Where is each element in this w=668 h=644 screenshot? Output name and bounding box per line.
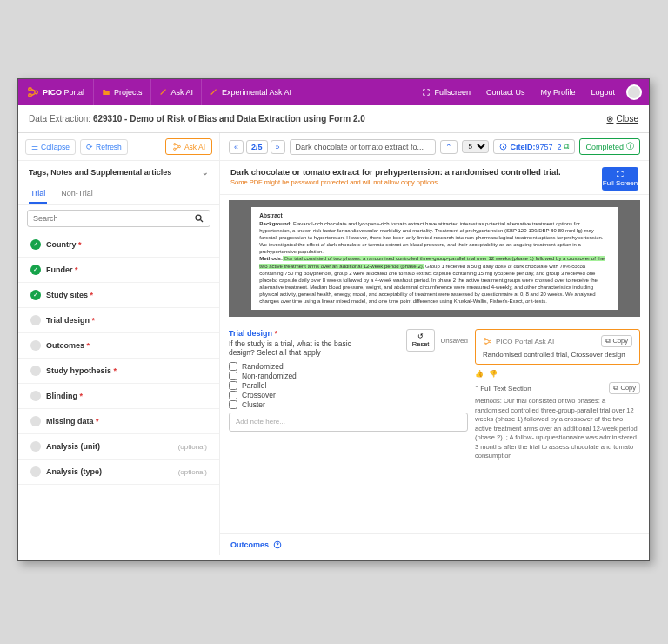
checkbox[interactable]: [229, 391, 237, 399]
doc-title: Dark chocolate or tomato extract for pre…: [230, 167, 595, 177]
checkbox-option[interactable]: Crossover: [229, 391, 468, 399]
section-label: Analysis (unit): [46, 442, 173, 451]
status-dot: [30, 441, 41, 452]
pager: « 2/5 »: [229, 140, 285, 154]
nav-projects[interactable]: Projects: [93, 79, 150, 105]
checkbox-label: Parallel: [242, 381, 266, 390]
status-dot: [30, 366, 41, 376]
svg-point-9: [484, 343, 486, 345]
svg-point-3: [174, 144, 176, 145]
section-label: Study sites *: [46, 291, 207, 299]
pdf-prev[interactable]: ⌃: [440, 140, 458, 154]
pdf-viewer[interactable]: Abstract Background: Flavanol-rich choco…: [229, 200, 640, 317]
section-list: Country *Funder *Study sites *Trial desi…: [18, 232, 219, 485]
nav-profile[interactable]: My Profile: [532, 79, 583, 105]
svg-point-5: [178, 145, 180, 147]
chevron-down-icon: ⌄: [202, 168, 209, 177]
checkbox-label: Randomized: [242, 362, 284, 371]
full-screen-button[interactable]: ⛶Full Screen: [602, 167, 638, 191]
fullscreen-icon: [422, 88, 431, 97]
svg-point-2: [35, 91, 38, 94]
pager-next[interactable]: »: [271, 140, 285, 154]
feedback-row: 👍 👎: [475, 370, 640, 378]
section-item[interactable]: Trial design *: [18, 308, 219, 333]
tab-nontrial[interactable]: Non-Trial: [59, 184, 95, 204]
doc-title-box: Dark chocolate or tomato extract fo...: [290, 139, 437, 155]
search-icon: [194, 213, 204, 224]
app-window: PICO Portal Projects Ask AI Experimental…: [17, 78, 650, 561]
svg-point-6: [196, 215, 201, 220]
section-item[interactable]: Analysis (unit)(optional): [18, 434, 219, 460]
checkbox-list: RandomizedNon-randomizedParallelCrossove…: [229, 362, 468, 409]
section-label: Study hypothesis *: [46, 366, 207, 375]
checkbox-option[interactable]: Cluster: [229, 400, 468, 409]
status-dot: [30, 340, 41, 351]
search-input[interactable]: [33, 214, 194, 223]
section-item[interactable]: Study sites *: [18, 283, 219, 308]
checkbox-option[interactable]: Parallel: [229, 381, 468, 390]
svg-point-8: [484, 338, 486, 339]
close-icon: ⊗: [606, 114, 613, 124]
doc-header: Dark chocolate or tomato extract for pre…: [220, 161, 649, 195]
thumbs-down-icon[interactable]: 👎: [489, 370, 498, 378]
avatar[interactable]: [626, 84, 642, 100]
nav-contact[interactable]: Contact Us: [478, 79, 533, 105]
fulltext-excerpt: Methods: Our trial consisted of two phas…: [475, 397, 640, 461]
brand-logo[interactable]: PICO Portal: [18, 79, 93, 105]
section-item[interactable]: Analysis (type)(optional): [18, 460, 219, 485]
cite-id[interactable]: CiteID:9757_2⧉: [493, 139, 575, 154]
checkbox[interactable]: [229, 362, 237, 371]
copy-button-2[interactable]: ⧉Copy: [609, 382, 640, 394]
refresh-button[interactable]: ⟳Refresh: [80, 139, 128, 155]
copy-icon: ⧉: [605, 337, 611, 345]
checkbox-option[interactable]: Non-randomized: [229, 372, 468, 380]
section-item[interactable]: Missing data *: [18, 409, 219, 434]
thumbs-up-icon[interactable]: 👍: [475, 370, 484, 378]
left-toolbar: ☰Collapse ⟳Refresh Ask AI: [18, 133, 219, 161]
copy-button[interactable]: ⧉Copy: [601, 335, 632, 347]
pdf-page-select[interactable]: 5: [462, 140, 489, 153]
page-title: Data Extraction: 629310 - Demo of Risk o…: [29, 114, 365, 124]
pager-page: 2/5: [246, 140, 268, 154]
logo-icon: [27, 86, 39, 98]
section-label: Outcomes *: [46, 341, 207, 350]
nav-fullscreen[interactable]: Fullscreen: [414, 79, 478, 105]
section-item[interactable]: Blinding *: [18, 384, 219, 409]
reset-button[interactable]: ↺Reset: [406, 329, 436, 352]
completed-status[interactable]: Completedⓘ: [579, 138, 640, 155]
close-button[interactable]: ⊗Close: [606, 114, 638, 124]
note-input[interactable]: Add note here...: [229, 413, 468, 432]
nav-logout[interactable]: Logout: [583, 79, 623, 105]
pager-prev[interactable]: «: [229, 140, 244, 154]
search-box[interactable]: [27, 210, 210, 227]
info-icon: [499, 143, 507, 151]
refresh-icon: ⟳: [86, 143, 93, 151]
folder-icon: [102, 88, 110, 97]
section-label: Funder *: [46, 265, 207, 274]
collapse-button[interactable]: ☰Collapse: [25, 139, 76, 155]
fulltext-toggle[interactable]: ˄ Full Text Section: [475, 385, 531, 392]
section-item[interactable]: Study hypothesis *: [18, 359, 219, 384]
nav-askai[interactable]: Ask AI: [150, 79, 202, 105]
nav-exp-askai[interactable]: Experimental Ask AI: [201, 79, 299, 105]
outcomes-header[interactable]: Outcomes: [220, 533, 649, 555]
section-item[interactable]: Funder *: [18, 258, 219, 283]
askai-button[interactable]: Ask AI: [165, 138, 212, 155]
status-dot: [30, 315, 41, 325]
section-item[interactable]: Country *: [18, 232, 219, 258]
section-item[interactable]: Outcomes *: [18, 333, 219, 359]
checkbox-option[interactable]: Randomized: [229, 362, 468, 371]
info-icon: ⓘ: [626, 141, 634, 152]
checkbox[interactable]: [229, 372, 237, 380]
top-nav-right: Fullscreen Contact Us My Profile Logout: [414, 79, 649, 105]
tags-toggle[interactable]: Tags, Notes and Supplemental articles⌄: [18, 161, 219, 184]
tab-trial[interactable]: Trial: [29, 184, 47, 204]
svg-point-1: [29, 94, 32, 97]
checkbox[interactable]: [229, 381, 237, 390]
collapse-icon: ☰: [31, 143, 38, 151]
section-label: Blinding *: [46, 392, 207, 400]
wand-icon: [210, 88, 218, 97]
section-label: Country *: [46, 240, 207, 249]
checkbox[interactable]: [229, 400, 237, 409]
svg-point-0: [29, 88, 32, 91]
